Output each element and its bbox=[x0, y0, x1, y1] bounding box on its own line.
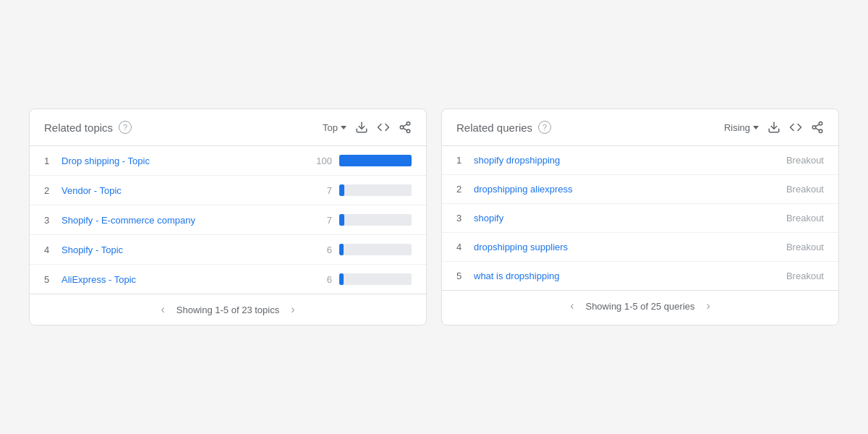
filter-dropdown-topics[interactable]: Top bbox=[323, 122, 346, 133]
svg-line-11 bbox=[815, 124, 819, 127]
related-queries-title: Related queries bbox=[456, 122, 532, 134]
next-page-topics[interactable]: › bbox=[288, 303, 297, 316]
table-row: 3 shopify Breakout bbox=[442, 204, 838, 233]
prev-page-topics[interactable]: ‹ bbox=[158, 303, 167, 316]
table-row: 5 AliExpress - Topic 6 bbox=[30, 265, 426, 294]
share-icon-topics[interactable] bbox=[399, 121, 412, 134]
chevron-down-icon-queries bbox=[753, 126, 759, 129]
table-row: 1 Drop shipping - Topic 100 bbox=[30, 146, 426, 176]
table-row: 2 dropshipping aliexpress Breakout bbox=[442, 175, 838, 204]
header-left-queries: Related queries ? bbox=[456, 121, 551, 134]
related-topics-card: Related topics ? Top bbox=[29, 109, 427, 326]
related-topics-header: Related topics ? Top bbox=[30, 109, 426, 146]
bar-fill bbox=[339, 214, 344, 226]
queries-footer: ‹ Showing 1-5 of 25 queries › bbox=[442, 290, 838, 321]
bar-fill bbox=[339, 155, 412, 166]
filter-label-queries: Rising bbox=[724, 122, 750, 133]
filter-label-topics: Top bbox=[323, 122, 338, 133]
table-row: 4 dropshipping suppliers Breakout bbox=[442, 233, 838, 262]
bar-fill bbox=[339, 184, 344, 196]
table-row: 5 what is dropshipping Breakout bbox=[442, 262, 838, 290]
table-row: 2 Vendor - Topic 7 bbox=[30, 176, 426, 205]
bar-fill bbox=[339, 244, 344, 255]
header-right: Top bbox=[323, 121, 412, 134]
header-right-queries: Rising bbox=[724, 121, 824, 134]
svg-line-5 bbox=[403, 124, 407, 127]
download-icon-queries[interactable] bbox=[767, 121, 780, 134]
embed-icon-queries[interactable] bbox=[789, 121, 802, 134]
topics-footer: ‹ Showing 1-5 of 23 topics › bbox=[30, 294, 426, 325]
pagination-topics: Showing 1-5 of 23 topics bbox=[176, 305, 279, 315]
pagination-queries: Showing 1-5 of 25 queries bbox=[585, 301, 694, 312]
share-icon-queries[interactable] bbox=[811, 121, 824, 134]
help-icon-queries[interactable]: ? bbox=[538, 121, 551, 134]
related-topics-title: Related topics bbox=[44, 122, 113, 134]
table-row: 4 Shopify - Topic 6 bbox=[30, 235, 426, 265]
svg-line-10 bbox=[815, 128, 819, 130]
download-icon-topics[interactable] bbox=[355, 121, 368, 134]
bar-fill bbox=[339, 273, 344, 285]
header-left: Related topics ? bbox=[44, 121, 132, 134]
table-row: 3 Shopify - E-commerce company 7 bbox=[30, 205, 426, 235]
bar-bg bbox=[339, 244, 412, 255]
prev-page-queries[interactable]: ‹ bbox=[567, 299, 576, 312]
svg-line-4 bbox=[403, 128, 407, 130]
topics-list: 1 Drop shipping - Topic 100 2 Vendor - T… bbox=[30, 146, 426, 294]
embed-icon-topics[interactable] bbox=[377, 121, 390, 134]
bar-bg bbox=[339, 273, 412, 285]
table-row: 1 shopify dropshipping Breakout bbox=[442, 146, 838, 175]
help-icon-topics[interactable]: ? bbox=[119, 121, 132, 134]
bar-bg bbox=[339, 214, 412, 226]
related-queries-card: Related queries ? Rising bbox=[441, 109, 839, 326]
queries-list: 1 shopify dropshipping Breakout 2 dropsh… bbox=[442, 146, 838, 290]
bar-bg bbox=[339, 155, 412, 166]
chevron-down-icon bbox=[341, 126, 346, 129]
bar-bg bbox=[339, 184, 412, 196]
next-page-queries[interactable]: › bbox=[704, 299, 713, 312]
filter-dropdown-queries[interactable]: Rising bbox=[724, 122, 759, 133]
related-queries-header: Related queries ? Rising bbox=[442, 109, 838, 146]
main-container: Related topics ? Top bbox=[14, 94, 854, 340]
